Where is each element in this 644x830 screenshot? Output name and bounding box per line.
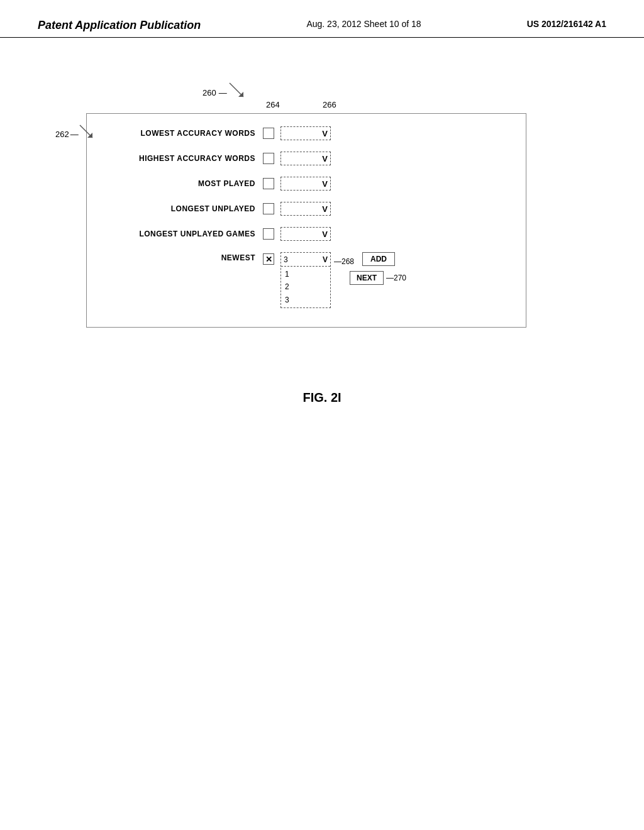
row-most-played: MOST PLAYED V [99, 177, 507, 191]
ref-260-group: 260 — [203, 83, 248, 102]
ref-268-label: 268 [341, 257, 354, 266]
label-longest-unplayed: LONGEST UNPLAYED [99, 204, 263, 213]
row-lowest-accuracy: LOWEST ACCURACY WORDS V [99, 126, 507, 140]
row-highest-accuracy: HIGHEST ACCURACY WORDS V [99, 152, 507, 165]
dropdown-v-icon-2: V [322, 154, 328, 163]
diagram-260: 260 — 262 — 264 [86, 113, 558, 328]
label-lowest-accuracy: LOWEST ACCURACY WORDS [99, 129, 263, 138]
main-box: 262 — 264 266 LOWEST ACCURACY WORDS [86, 113, 526, 328]
dropdown-v-icon-5: V [322, 230, 328, 239]
dropdown-v-icon-3: V [322, 179, 328, 189]
figure-label: FIG. 2I [303, 390, 341, 405]
label-longest-unplayed-games: LONGEST UNPLAYED GAMES [99, 230, 263, 238]
next-button[interactable]: NEXT [350, 271, 384, 285]
dropdown-newest-open[interactable]: 3 V 1 2 3 [280, 252, 331, 308]
patent-number: US 2012/216142 A1 [527, 19, 606, 29]
ref-264-group: 264 [266, 99, 280, 110]
dropdown-lowest-accuracy[interactable]: V [280, 126, 331, 140]
dropdown-option-2[interactable]: 2 [285, 280, 326, 293]
ref-270-group: NEXT — 270 [350, 271, 406, 285]
publication-title: Patent Application Publication [38, 19, 201, 32]
dropdown-newest-header[interactable]: 3 V [281, 253, 330, 267]
ref-260-arrow [230, 83, 248, 102]
dropdown-v-icon: V [322, 129, 328, 138]
dropdown-newest-arrow: V [323, 255, 328, 264]
checkbox-newest[interactable]: ✕ [263, 253, 274, 265]
dropdown-highest-accuracy[interactable]: V [280, 152, 331, 165]
add-button[interactable]: ADD [362, 252, 395, 266]
ref-260-label: 260 [203, 88, 216, 97]
row-longest-unplayed-games: LONGEST UNPLAYED GAMES V [99, 227, 507, 241]
ref-264-label: 264 [266, 100, 280, 109]
dropdown-option-3[interactable]: 3 [285, 294, 326, 306]
ref-270-label: 270 [394, 274, 406, 282]
dropdown-option-1[interactable]: 1 [285, 268, 326, 280]
checkbox-lowest-accuracy[interactable] [263, 128, 274, 139]
label-most-played: MOST PLAYED [99, 179, 263, 188]
action-buttons-group: — 268 ADD NEXT — 270 [350, 252, 406, 285]
checkbox-highest-accuracy[interactable] [263, 153, 274, 164]
dropdown-most-played[interactable]: V [280, 177, 331, 191]
ref-262-arrow [80, 125, 97, 143]
dropdown-newest-options: 1 2 3 [281, 267, 330, 307]
ref-268-line: — [334, 257, 341, 266]
ref-270-line: — [386, 274, 394, 282]
row-newest: NEWEST ✕ 3 V 1 2 3 [99, 252, 507, 308]
row-longest-unplayed: LONGEST UNPLAYED V [99, 202, 507, 216]
ref-268-group: — 268 [334, 257, 354, 266]
checkbox-most-played[interactable] [263, 178, 274, 189]
dropdown-longest-unplayed-games[interactable]: V [280, 227, 331, 241]
page-header: Patent Application Publication Aug. 23, … [0, 0, 644, 38]
ref-266-label: 266 [323, 100, 336, 109]
ref-260-dash: — [219, 88, 227, 97]
ref-262-label: 262 [55, 130, 69, 139]
checkbox-longest-unplayed[interactable] [263, 203, 274, 214]
dropdown-longest-unplayed[interactable]: V [280, 202, 331, 216]
label-newest: NEWEST [99, 252, 263, 262]
dropdown-v-icon-4: V [322, 204, 328, 214]
ref-266-group: 266 [323, 99, 336, 110]
checkbox-longest-unplayed-games[interactable] [263, 228, 274, 240]
dropdown-newest-value: 3 [284, 255, 288, 264]
sheet-info: Aug. 23, 2012 Sheet 10 of 18 [306, 19, 421, 29]
label-highest-accuracy: HIGHEST ACCURACY WORDS [99, 154, 263, 163]
ref-262-group: 262 — [55, 125, 97, 143]
main-content: 260 — 262 — 264 [0, 38, 644, 405]
